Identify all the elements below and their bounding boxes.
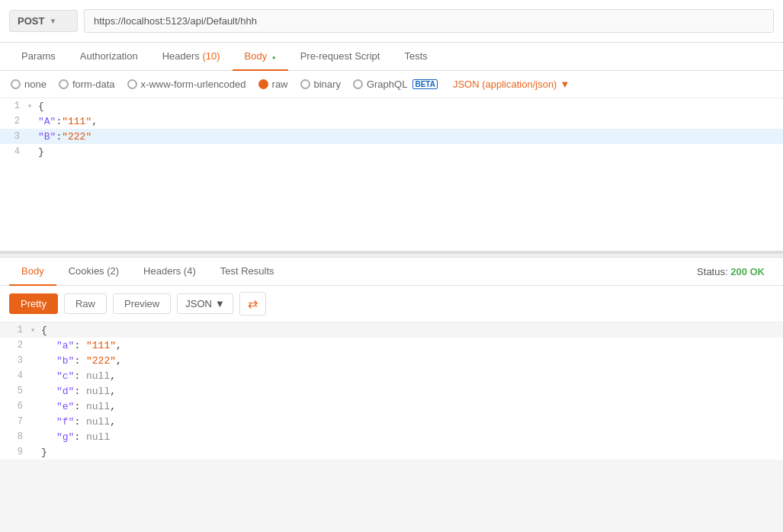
editor-empty-area [0, 159, 783, 251]
req-line-3: 3 "B":"222" [0, 129, 783, 144]
radio-raw-icon [258, 79, 268, 89]
res-line-4: 4 "c": null, [0, 368, 783, 383]
url-input[interactable] [84, 9, 774, 33]
radio-urlencoded-icon [127, 79, 137, 89]
view-preview-button[interactable]: Preview [113, 293, 171, 314]
res-line-8: 8 "g": null [0, 429, 783, 444]
res-line-3: 3 "b": "222", [0, 353, 783, 368]
url-bar: POST ▼ [0, 0, 783, 43]
res-line-9: 9 } [0, 444, 783, 460]
req-line-2: 2 "A":"111", [0, 114, 783, 129]
option-formdata[interactable]: form-data [59, 79, 115, 90]
tab-prerequest[interactable]: Pre-request Script [288, 43, 393, 71]
json-type-arrow-icon: ▼ [560, 79, 570, 90]
wrap-button[interactable]: ⇄ [239, 292, 266, 316]
method-label: POST [18, 15, 44, 27]
tab-response-testresults[interactable]: Test Results [208, 258, 287, 286]
tab-response-headers[interactable]: Headers (4) [131, 258, 208, 286]
status-label: Status: 200 OK [688, 258, 774, 285]
res-line-6: 6 "e": null, [0, 399, 783, 414]
tab-params[interactable]: Params [9, 43, 68, 71]
res-line-5: 5 "d": null, [0, 383, 783, 399]
option-none[interactable]: none [11, 79, 47, 90]
option-binary[interactable]: binary [300, 79, 341, 90]
body-options: none form-data x-www-form-urlencoded raw… [0, 71, 783, 98]
tab-response-body[interactable]: Body [9, 258, 56, 286]
option-urlencoded[interactable]: x-www-form-urlencoded [127, 79, 246, 90]
tab-authorization[interactable]: Authorization [68, 43, 150, 71]
tab-response-cookies[interactable]: Cookies (2) [56, 258, 131, 286]
radio-none-icon [11, 79, 21, 89]
view-pretty-button[interactable]: Pretty [9, 293, 58, 314]
option-raw[interactable]: raw [258, 79, 288, 90]
response-tabs: Body Cookies (2) Headers (4) Test Result… [0, 258, 783, 286]
method-arrow-icon: ▼ [49, 17, 56, 25]
res-line-1: 1 ▾ { [0, 322, 783, 338]
status-value: 200 OK [730, 266, 765, 277]
response-format-select[interactable]: JSON ▼ [177, 293, 233, 314]
tab-tests[interactable]: Tests [392, 43, 439, 71]
request-editor[interactable]: 1 ▾ { 2 "A":"111", 3 "B":"222" 4 } [0, 98, 783, 253]
response-editor: 1 ▾ { 2 "a": "111", 3 "b": "222", 4 "c":… [0, 322, 783, 460]
res-line-2: 2 "a": "111", [0, 338, 783, 353]
radio-graphql-icon [353, 79, 363, 89]
tab-body[interactable]: Body ● [233, 43, 288, 71]
res-line-7: 7 "f": null, [0, 414, 783, 429]
radio-formdata-icon [59, 79, 69, 89]
tab-headers[interactable]: Headers (10) [150, 43, 233, 71]
req-line-4: 4 } [0, 144, 783, 159]
radio-binary-icon [300, 79, 310, 89]
request-tabs: Params Authorization Headers (10) Body ●… [0, 43, 783, 71]
format-arrow-icon: ▼ [215, 298, 225, 309]
req-line-1: 1 ▾ { [0, 98, 783, 114]
option-graphql[interactable]: GraphQL BETA [353, 79, 438, 90]
view-raw-button[interactable]: Raw [64, 293, 107, 314]
res-collapse-toggle-1[interactable]: ▾ [30, 325, 40, 335]
json-type-select[interactable]: JSON (application/json) ▼ [453, 79, 570, 90]
method-select[interactable]: POST ▼ [9, 10, 78, 32]
response-toolbar: Pretty Raw Preview JSON ▼ ⇄ [0, 286, 783, 322]
collapse-toggle-1[interactable]: ▾ [27, 101, 37, 111]
